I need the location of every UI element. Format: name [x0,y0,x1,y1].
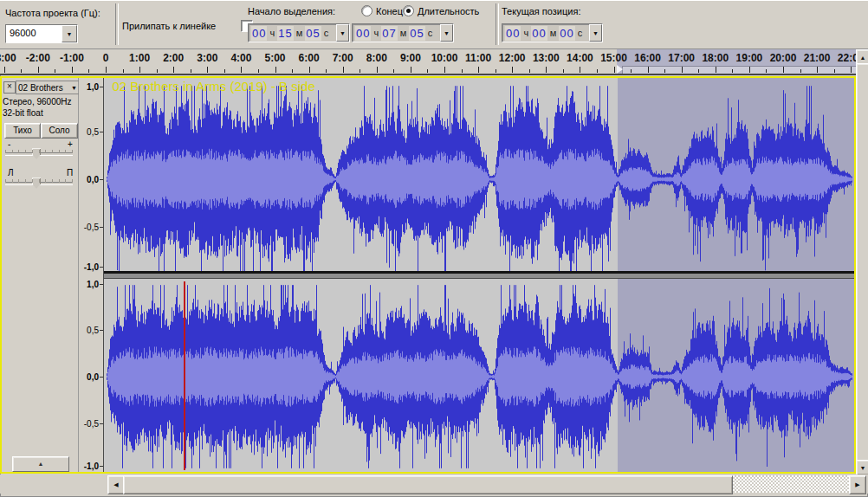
ruler-minute-tick [783,67,784,73]
radio-end-label: Конец [376,6,403,16]
ruler-time-label: 7:00 [333,52,353,64]
gain-slider-thumb[interactable] [32,148,41,159]
chevron-down-icon[interactable]: ▼ [336,24,349,42]
ruler-sub-tick [88,69,89,73]
chevron-down-icon[interactable]: ▼ [440,24,453,42]
ruler-time-label: 11:00 [465,52,491,64]
unit-minutes: м [296,28,303,38]
close-icon[interactable]: × [3,81,16,94]
scroll-down-button[interactable]: ▼ [856,460,868,475]
project-rate-label: Частота проекта (Гц): [5,8,100,18]
ruler-minute-tick [614,67,615,73]
ruler-sub-tick [834,69,835,73]
ruler-sub-tick [631,69,632,73]
vertical-scroll-thumb[interactable] [856,63,868,462]
ruler-minute-tick [106,67,107,73]
slider-tick [45,150,46,153]
sel-start-minutes[interactable]: 15 [277,26,293,41]
slider-tick [12,150,13,153]
radio-end[interactable]: Конец [361,5,403,16]
selection-duration-field[interactable]: 00 ч 07 м 05 с ▼ [352,23,454,42]
ruler-sub-tick [462,69,463,73]
selection-start-field[interactable]: 00 ч 15 м 05 с ▼ [248,23,350,42]
ruler-minute-tick [72,67,73,73]
track-control-panel: × 02 Brothers ▼ Стерео, 96000Hz 32-bit f… [2,78,79,472]
scroll-left-button[interactable]: ◀ [107,475,125,494]
timeline-ruler[interactable]: -3:00-2:00-1:0001:002:003:004:005:006:00… [0,49,856,75]
unit-minutes: м [550,28,557,38]
ruler-minute-tick [478,67,479,73]
sel-dur-seconds[interactable]: 05 [409,26,424,41]
amplitude-scale-label: 1,0 [87,82,99,92]
amplitude-scale-label: 1,0 [87,280,99,289]
chevron-down-icon[interactable]: ▼ [62,25,77,42]
chevron-down-icon[interactable]: ▼ [589,24,602,42]
track-title-dropdown[interactable]: 02 Brothers ▼ [16,81,80,94]
collapse-track-button[interactable]: ▲ [12,456,69,472]
solo-button[interactable]: Соло [41,123,78,139]
ruler-sub-tick [597,69,598,73]
ruler-sub-tick [393,69,394,73]
gain-slider[interactable] [5,152,73,156]
selection-toolbar: Частота проекта (Гц): 96000 ▼ Прилипать … [0,0,868,49]
slider-tick [18,150,19,153]
ruler-sub-tick [224,69,225,73]
project-rate-select[interactable]: 96000 ▼ [5,24,78,43]
slider-tick [59,179,60,183]
unit-hours: ч [269,28,275,38]
slider-tick [39,179,40,183]
sel-dur-minutes[interactable]: 07 [381,26,397,41]
radio-duration-circle[interactable] [403,5,414,16]
ruler-time-label: -2:00 [26,52,50,64]
horizontal-scroll-thumb[interactable] [123,475,733,494]
ruler-time-label: 10:00 [431,52,458,64]
ruler-time-label: 17:00 [668,52,695,64]
scroll-right-button[interactable]: ▶ [849,475,866,494]
audio-track: × 02 Brothers ▼ Стерео, 96000Hz 32-bit f… [0,76,856,474]
sel-dur-hours[interactable]: 00 [355,26,371,41]
slider-tick [65,179,66,183]
waveform-canvas[interactable] [104,78,854,472]
ruler-minute-tick [749,67,750,73]
unit-seconds: с [428,28,433,38]
radio-end-circle[interactable] [361,5,372,16]
sel-start-hours[interactable]: 00 [251,26,267,41]
current-position-field[interactable]: 00 ч 00 м 00 с ▼ [502,23,603,42]
amplitude-scale-label: -1,0 [84,462,99,471]
vertical-scrollbar[interactable]: ▲ ▼ [856,49,868,474]
pan-slider[interactable] [5,182,73,185]
ruler-minute-tick [275,67,276,73]
slider-tick [59,150,60,153]
ruler-time-label: 12:00 [499,52,526,64]
up-arrow-icon: ▲ [857,50,868,64]
pos-minutes[interactable]: 00 [531,26,547,41]
ruler-minute-tick [648,67,649,73]
amplitude-scale-label: 0,5 [87,127,99,137]
ruler-sub-tick [496,69,496,73]
track-title-overlay: 02 Brothers in Arms (2019) - B side [112,79,314,94]
ruler-sub-tick [529,69,530,73]
ruler-time-label: 15:00 [600,52,627,64]
slider-tick [52,150,53,153]
ruler-sub-tick [698,69,699,73]
sel-start-seconds[interactable]: 05 [305,26,321,41]
radio-duration[interactable]: Длительность [403,5,479,16]
audacity-window: Частота проекта (Гц): 96000 ▼ Прилипать … [0,0,868,497]
ruler-time-label: -3:00 [0,52,16,64]
ruler-selection-groove [622,66,856,74]
pan-slider-thumb[interactable] [32,178,41,189]
selection-start-marker[interactable] [617,65,623,74]
ruler-time-label: 0 [103,52,109,64]
toolbar-separator [496,3,499,45]
ruler-time-label: 21:00 [804,52,831,64]
pos-seconds[interactable]: 00 [559,26,574,41]
vertical-scale-ruler[interactable]: 1,00,50,0-0,5-1,01,00,50,0-0,5-1,0 [79,78,103,472]
pos-hours[interactable]: 00 [505,26,521,41]
ruler-time-label: 2:00 [163,52,184,64]
mute-button[interactable]: Тихо [4,123,41,139]
ruler-time-label: 6:00 [299,52,320,64]
slider-tick [32,150,33,153]
amplitude-scale-label: -1,0 [84,262,99,272]
ruler-sub-tick [123,69,124,73]
horizontal-scrollbar[interactable]: ◀ ▶ [0,474,868,494]
